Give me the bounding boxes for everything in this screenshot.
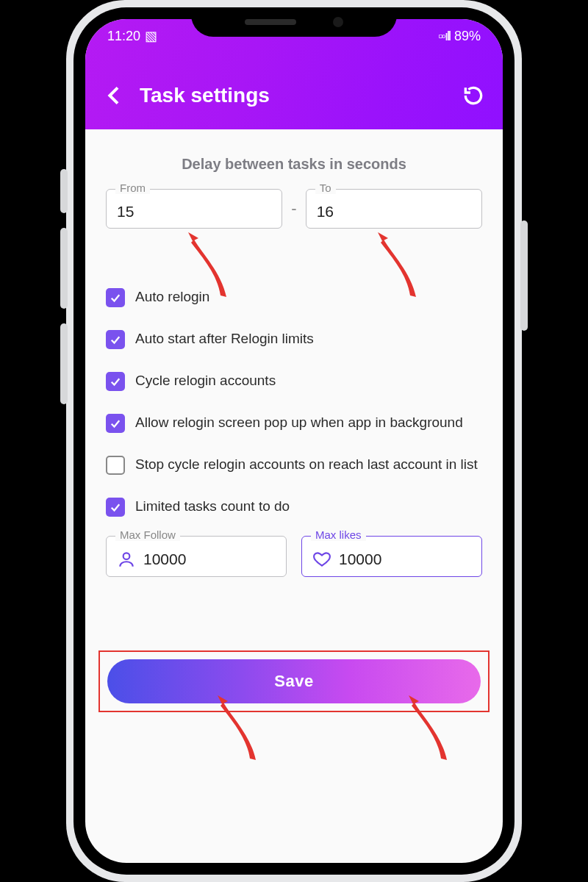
max-likes-value: 10000 <box>339 551 381 568</box>
phone-shell: 11:20 ▧ ▫◦ıll 89% Task settings <box>74 7 514 875</box>
max-likes-label: Max likes <box>311 528 366 541</box>
phone-side-button <box>60 323 68 404</box>
status-icon: ▧ <box>145 28 157 44</box>
svg-marker-1 <box>188 232 198 241</box>
phone-mockup: 11:20 ▧ ▫◦ıll 89% Task settings <box>66 0 522 882</box>
back-button[interactable] <box>103 84 126 107</box>
heart-icon <box>312 550 331 569</box>
svg-marker-3 <box>218 695 228 704</box>
svg-marker-2 <box>378 232 388 241</box>
phone-side-button <box>520 220 528 331</box>
delay-to-value: 16 <box>317 203 471 220</box>
delay-to-label: To <box>315 182 336 194</box>
max-follow-value: 10000 <box>143 551 186 568</box>
check-label: Stop cycle relogin accounts on reach las… <box>135 455 478 474</box>
content-area: Delay between tasks in seconds From 15 -… <box>85 129 503 650</box>
annotation-arrow <box>210 695 262 764</box>
checkbox-checked-icon <box>106 372 125 391</box>
notch-camera <box>333 17 343 27</box>
checkbox-unchecked-icon <box>106 456 125 475</box>
annotation-arrow <box>181 232 232 301</box>
delay-from-value: 15 <box>117 203 271 220</box>
person-icon <box>117 550 136 569</box>
max-follow-label: Max Follow <box>115 528 180 541</box>
annotation-arrow <box>370 232 422 301</box>
check-auto-start[interactable]: Auto start after Relogin limits <box>106 329 482 349</box>
check-auto-relogin[interactable]: Auto relogin <box>106 287 482 307</box>
status-time: 11:20 <box>107 29 140 44</box>
range-separator: - <box>290 199 298 218</box>
signal-icon: ▫◦ıll <box>438 29 450 44</box>
checkbox-checked-icon <box>106 498 125 517</box>
page-title: Task settings <box>140 84 448 107</box>
delay-from-field[interactable]: From 15 <box>106 189 282 229</box>
max-follow-field[interactable]: Max Follow 10000 <box>106 536 287 577</box>
notch-speaker <box>245 19 296 25</box>
checkbox-list: Auto relogin Auto start after Relogin li… <box>106 287 482 517</box>
check-stop-cycle[interactable]: Stop cycle relogin accounts on reach las… <box>106 455 482 475</box>
phone-notch <box>191 7 397 37</box>
check-label: Auto start after Relogin limits <box>135 329 314 348</box>
status-battery: 89% <box>454 29 481 44</box>
check-cycle-relogin[interactable]: Cycle relogin accounts <box>106 371 482 391</box>
delay-to-field[interactable]: To 16 <box>306 189 482 229</box>
delay-section-title: Delay between tasks in seconds <box>106 156 482 173</box>
phone-side-button <box>60 228 68 309</box>
svg-marker-4 <box>409 695 419 704</box>
checkbox-checked-icon <box>106 330 125 349</box>
delay-from-label: From <box>115 182 150 194</box>
phone-side-button <box>60 169 68 213</box>
annotation-arrow <box>401 695 453 764</box>
check-label: Limited tasks count to do <box>135 497 290 516</box>
delay-range-row: From 15 - To 16 <box>106 189 482 229</box>
check-label: Allow relogin screen pop up when app in … <box>135 413 463 432</box>
limits-row: Max Follow 10000 Max likes 10000 <box>106 536 482 577</box>
checkbox-checked-icon <box>106 288 125 307</box>
chevron-left-icon <box>103 84 126 107</box>
reset-button[interactable] <box>462 84 485 107</box>
svg-point-0 <box>123 553 130 559</box>
check-label: Cycle relogin accounts <box>135 371 276 390</box>
check-allow-popup[interactable]: Allow relogin screen pop up when app in … <box>106 413 482 433</box>
max-likes-field[interactable]: Max likes 10000 <box>301 536 482 577</box>
check-limited-tasks[interactable]: Limited tasks count to do <box>106 497 482 517</box>
checkbox-checked-icon <box>106 414 125 433</box>
app-screen: 11:20 ▧ ▫◦ıll 89% Task settings <box>85 19 503 863</box>
reset-icon <box>462 84 485 107</box>
